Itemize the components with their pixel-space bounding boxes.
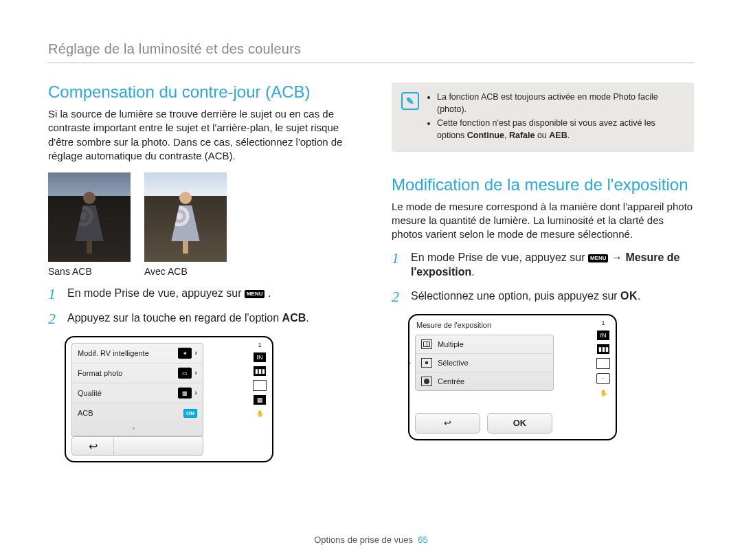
metering-steps: 1 En mode Prise de vue, appuyez sur MENU… <box>392 251 694 304</box>
right-column: ✎ La fonction ACB est toujours activée e… <box>392 82 694 462</box>
left-column: Compensation du contre-jour (ACB) Si la … <box>48 82 350 462</box>
ok-icon: OK <box>620 290 638 302</box>
chevron-right-icon: › <box>194 388 197 396</box>
callout-line-2: Cette fonction n'est pas disponible si v… <box>437 117 683 142</box>
status-icon-2: ▦ <box>254 395 266 405</box>
metering-step-2: 2 Sélectionnez une option, puis appuyez … <box>392 289 694 304</box>
metering-opt-multiple: Multiple <box>416 335 553 354</box>
metering-step-2-text: Sélectionnez une option, puis appuyez su… <box>411 289 641 304</box>
step-number-2b: 2 <box>392 289 404 304</box>
photo-with-acb-box: Avec ACB <box>144 172 227 277</box>
footer-page-number: 65 <box>418 535 427 545</box>
chevron-right-icon: › <box>194 368 197 377</box>
back-bar: ↩ <box>71 436 203 456</box>
scroll-down-icon: ˅ <box>132 427 135 434</box>
menu-row-format-value: ▭› <box>178 368 197 379</box>
metering-screen: Mesure de l'exposition Multiple ▶ Sélect… <box>408 314 617 440</box>
metering-step-1: 1 En mode Prise de vue, appuyez sur MENU… <box>392 251 694 280</box>
acb-steps: 1 En mode Prise de vue, appuyez sur MENU… <box>48 287 350 326</box>
acb-on-badge: ON <box>183 409 197 418</box>
battery-icon: ▮▮▮ <box>254 366 266 376</box>
quality-icon: ▦ <box>178 388 192 399</box>
acb-heading: Compensation du contre-jour (ACB) <box>48 82 350 102</box>
status-icon-1 <box>253 380 267 391</box>
callout-l2-post: . <box>567 131 570 140</box>
acb-step-2: 2 Appuyez sur la touche en regard de l'o… <box>48 311 350 326</box>
back-icon: ↩ <box>72 437 114 455</box>
meter-status-icon: · <box>596 373 610 384</box>
callout-l2-b2: Rafale <box>509 131 535 140</box>
chevron-right-icon: › <box>194 348 197 357</box>
callout-l2-s1: , <box>504 131 509 140</box>
metering-opt1-label: Multiple <box>438 340 464 348</box>
acb-step-1: 1 En mode Prise de vue, appuyez sur MENU… <box>48 287 350 302</box>
menu-row-quality-label: Qualité <box>78 389 102 397</box>
manual-page: Réglage de la luminosité et des couleurs… <box>0 0 742 560</box>
page-header-title: Réglage de la luminosité et des couleurs <box>48 41 694 57</box>
acb-step2-pre: Appuyez sur la touche en regard de l'opt… <box>67 312 282 324</box>
menu-row-quality-value: ▦› <box>178 388 197 399</box>
photo-caption-without: Sans ACB <box>48 266 131 277</box>
menu-row-rv-value: ✦› <box>178 348 197 359</box>
storage-icon: IN <box>597 331 609 340</box>
menu-row-format-label: Format photo <box>78 369 122 377</box>
acb-step-1-text: En mode Prise de vue, appuyez sur MENU . <box>67 287 271 302</box>
acb-step2-post: . <box>306 312 308 324</box>
met-s2-post: . <box>638 290 640 302</box>
photo-without-acb <box>48 172 131 262</box>
rv-icon: ✦ <box>178 348 192 359</box>
step-number-1: 1 <box>48 287 60 302</box>
met-s2-pre: Sélectionnez une option, puis appuyez su… <box>411 290 620 302</box>
page-footer: Options de prise de vues 65 <box>0 535 742 545</box>
status-bar-2: 1 IN ▮▮▮ · ✋ <box>596 320 610 398</box>
battery-icon: ▮▮▮ <box>597 344 609 354</box>
acb-intro: Si la source de lumière se trouve derriè… <box>48 107 350 163</box>
menu-row-quality: Qualité ▦› <box>72 383 203 403</box>
metering-step-1-text: En mode Prise de vue, appuyez sur MENU →… <box>411 251 694 280</box>
acb-step2-bold: ACB <box>282 312 306 324</box>
menu-row-rv: Modif. RV intelligente ✦› <box>72 344 203 363</box>
size-icon: ▭ <box>178 368 192 379</box>
menu-row-format: Format photo ▭› <box>72 363 203 383</box>
hand-icon: ✋ <box>597 388 609 398</box>
acb-step1-post: . <box>268 287 271 299</box>
storage-icon: IN <box>254 352 266 362</box>
count-1: 1 <box>258 341 261 348</box>
menu-icon: MENU <box>588 254 609 262</box>
metering-screen-title: Mesure de l'exposition <box>416 321 491 329</box>
callout-l2-b3: AEB <box>549 131 567 140</box>
status-icon-1 <box>596 358 610 369</box>
header-rule <box>48 63 694 63</box>
back-button: ↩ <box>415 413 480 434</box>
menu-row-acb: ACB ON <box>72 403 203 423</box>
metering-bottom-bar: ↩ OK <box>415 413 552 434</box>
two-columns: Compensation du contre-jour (ACB) Si la … <box>48 82 694 462</box>
metering-opt-center: Centrée <box>416 372 553 390</box>
photo-without-acb-box: Sans ACB <box>48 172 131 277</box>
menu-row-acb-label: ACB <box>78 409 93 417</box>
info-icon: ✎ <box>401 92 419 110</box>
met-s1-pre: En mode Prise de vue, appuyez sur <box>411 251 588 263</box>
acb-photo-row: Sans ACB Avec ACB <box>48 172 350 277</box>
callout-line-1: La fonction ACB est toujours activée en … <box>437 91 683 115</box>
photo-caption-with: Avec ACB <box>144 266 227 277</box>
count-1b: 1 <box>601 320 605 326</box>
callout-list: La fonction ACB est toujours activée en … <box>427 91 683 142</box>
photo-with-acb <box>144 172 227 262</box>
selection-caret-icon: ▶ <box>408 359 412 366</box>
meter-multi-icon <box>421 339 432 349</box>
arrow-icon: → <box>608 251 625 263</box>
hand-icon: ✋ <box>254 409 266 418</box>
menu-icon: MENU <box>245 290 265 298</box>
metering-opt-selective: ▶ Sélective <box>416 354 553 372</box>
step-number-1b: 1 <box>392 251 404 280</box>
met-s1-post: . <box>471 266 474 278</box>
step-number-2: 2 <box>48 311 60 326</box>
metering-intro: Le mode de mesure correspond à la manièr… <box>392 200 694 242</box>
menu-row-rv-label: Modif. RV intelligente <box>78 349 149 357</box>
callout-l2-s2: ou <box>535 131 549 140</box>
status-bar: 1 IN ▮▮▮ ▦ ✋ <box>253 341 267 418</box>
ok-button: OK <box>487 413 552 434</box>
meter-center-icon <box>421 377 432 386</box>
metering-list: Multiple ▶ Sélective Centrée <box>415 335 554 391</box>
